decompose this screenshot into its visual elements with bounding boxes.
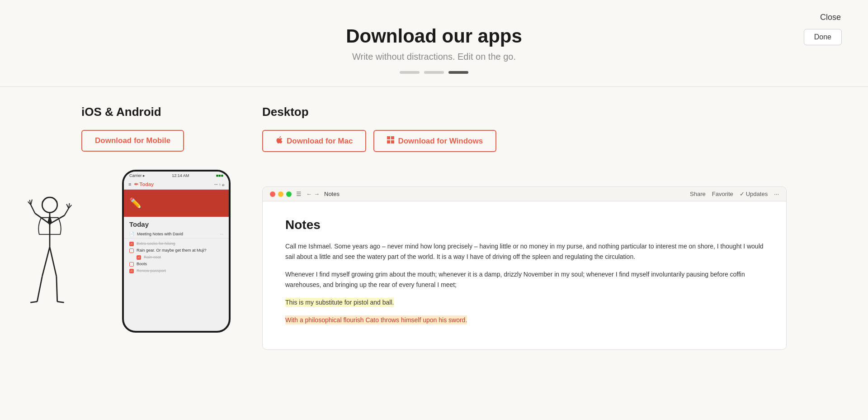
- phone-red-header: ✏️: [124, 190, 229, 217]
- mobile-section: iOS & Android Download for Mobile: [81, 105, 235, 350]
- desktop-download-buttons: Download for Mac Download for Windows: [262, 130, 787, 170]
- desktop-content: Notes Call me Ishmael. Some years ago – …: [263, 201, 786, 349]
- notes-title: Notes: [285, 218, 764, 232]
- stick-figure-illustration: [23, 192, 77, 310]
- svg-rect-20: [391, 136, 394, 139]
- desktop-section: Desktop Download for Mac Download for Wi…: [262, 105, 787, 350]
- checkmark-icon: ✓: [740, 191, 745, 197]
- svg-line-2: [35, 213, 50, 224]
- phone-mockup: Carrier ▸ 12:14 AM ■■■ ≡ ✏ Today ··· ↑ ⌕…: [122, 170, 231, 333]
- done-button[interactable]: Done: [804, 29, 842, 45]
- phone-today: Today: [124, 217, 229, 230]
- breadcrumb: Notes: [324, 191, 340, 197]
- share-button[interactable]: Share: [690, 191, 706, 197]
- desktop-section-title: Desktop: [262, 105, 787, 119]
- back-arrow-icon[interactable]: ←: [306, 191, 312, 197]
- forward-arrow-icon[interactable]: →: [314, 191, 320, 197]
- apple-icon: [276, 136, 283, 146]
- svg-line-3: [31, 205, 35, 214]
- svg-rect-19: [387, 136, 390, 139]
- download-mobile-button[interactable]: Download for Mobile: [81, 130, 184, 152]
- notes-paragraph-1: Call me Ishmael. Some years ago – never …: [285, 241, 764, 262]
- svg-line-17: [57, 277, 57, 302]
- more-options-button[interactable]: ···: [774, 191, 779, 197]
- svg-rect-22: [391, 140, 394, 143]
- section-divider: [0, 86, 868, 87]
- phone-nav: ≡ ✏ Today ··· ↑ ⌕: [124, 180, 229, 190]
- toolbar-left: ☰ ← → Notes: [270, 191, 340, 197]
- windows-icon: [387, 136, 394, 146]
- phone-preview: Carrier ▸ 12:14 AM ■■■ ≡ ✏ Today ··· ↑ ⌕…: [81, 170, 235, 333]
- header-section: Download our apps Write without distract…: [0, 0, 868, 74]
- phone-note-item: 📄 Meeting Notes with David ···: [124, 230, 229, 239]
- svg-line-5: [65, 208, 69, 215]
- download-windows-label: Download for Windows: [398, 137, 483, 146]
- progress-dot-2: [424, 71, 444, 74]
- nav-arrows: ← →: [306, 191, 320, 197]
- toolbar-icons: ☰: [296, 191, 302, 197]
- main-content: iOS & Android Download for Mobile: [0, 105, 868, 350]
- svg-line-13: [42, 247, 50, 277]
- desktop-mockup: ☰ ← → Notes Share Favorite ✓ Updates ··: [262, 186, 787, 350]
- svg-line-8: [31, 200, 32, 205]
- sidebar-toggle-icon[interactable]: ☰: [296, 191, 302, 197]
- phone-status-bar: Carrier ▸ 12:14 AM ■■■: [124, 172, 229, 180]
- traffic-light-yellow[interactable]: [278, 191, 283, 197]
- download-mobile-label: Download for Mobile: [95, 136, 170, 145]
- svg-line-4: [50, 215, 65, 224]
- close-text[interactable]: Close: [820, 13, 841, 22]
- highlight-yellow-text: This is my substitute for pistol and bal…: [285, 298, 394, 307]
- toolbar-right: Share Favorite ✓ Updates ···: [690, 191, 779, 197]
- mobile-section-title: iOS & Android: [81, 105, 235, 119]
- notes-paragraph-2: Whenever I find myself growing grim abou…: [285, 269, 764, 290]
- desktop-toolbar: ☰ ← → Notes Share Favorite ✓ Updates ··: [263, 187, 786, 201]
- svg-line-18: [57, 301, 64, 302]
- phone-checklist: ✓ Extra socks for hiking Rain gear. Or m…: [124, 239, 229, 278]
- progress-dot-3: [448, 71, 468, 74]
- svg-marker-12: [47, 214, 52, 226]
- notes-body: Call me Ishmael. Some years ago – never …: [285, 241, 764, 326]
- svg-rect-21: [387, 140, 390, 143]
- download-windows-button[interactable]: Download for Windows: [373, 130, 496, 152]
- svg-line-16: [50, 247, 57, 277]
- traffic-light-green[interactable]: [286, 191, 292, 197]
- download-mac-button[interactable]: Download for Mac: [262, 130, 366, 152]
- notes-paragraph-4: With a philosophical flourish Cato throw…: [285, 315, 764, 325]
- highlight-orange-text: With a philosophical flourish Cato throw…: [285, 315, 467, 325]
- progress-indicator: [0, 71, 868, 74]
- page-title: Download our apps: [0, 25, 868, 47]
- notes-paragraph-3: This is my substitute for pistol and bal…: [285, 297, 764, 308]
- progress-dot-1: [400, 71, 420, 74]
- page-subtitle: Write without distractions. Edit on the …: [0, 52, 868, 62]
- traffic-lights: [270, 191, 292, 197]
- updates-button[interactable]: ✓ Updates: [740, 191, 768, 197]
- favorite-button[interactable]: Favorite: [712, 191, 733, 197]
- svg-line-15: [30, 301, 37, 302]
- svg-line-14: [37, 277, 42, 302]
- download-mac-label: Download for Mac: [287, 137, 353, 146]
- traffic-light-red[interactable]: [270, 191, 275, 197]
